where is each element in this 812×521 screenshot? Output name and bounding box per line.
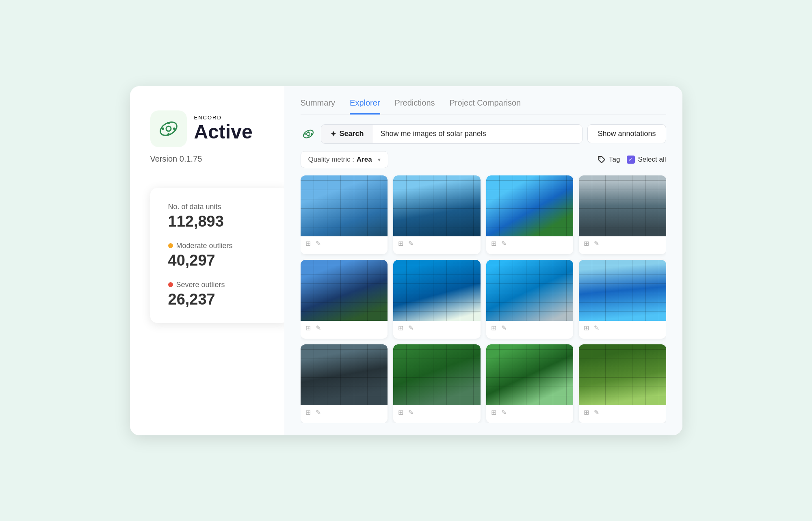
encord-label: eNCORD	[194, 115, 253, 121]
image-actions: ⊞ ✎	[486, 321, 574, 335]
quality-metric-select[interactable]: Quality metric : Area ▾	[301, 151, 388, 168]
image-edit-icon[interactable]: ✎	[408, 324, 414, 332]
image-actions: ⊞ ✎	[579, 236, 666, 251]
image-actions: ⊞ ✎	[301, 321, 388, 335]
image-card: ⊞ ✎	[579, 175, 666, 254]
image-edit-icon[interactable]: ✎	[316, 324, 321, 332]
severe-outliers-value: 26,237	[168, 291, 271, 308]
image-edit-icon[interactable]: ✎	[408, 240, 414, 247]
image-grid-icon[interactable]: ⊞	[491, 409, 496, 416]
image-thumbnail[interactable]	[486, 260, 574, 321]
image-card: ⊞ ✎	[579, 344, 666, 423]
image-grid-icon[interactable]: ⊞	[584, 409, 589, 416]
select-all-row[interactable]: ✓ Select all	[627, 156, 666, 164]
search-logo-icon	[301, 126, 316, 142]
image-card: ⊞ ✎	[301, 175, 388, 254]
image-grid-icon[interactable]: ⊞	[305, 324, 311, 332]
image-card: ⊞ ✎	[486, 175, 574, 254]
image-thumbnail[interactable]	[393, 260, 481, 321]
active-label: Active	[194, 121, 253, 143]
severe-outliers-stat: Severe outliers 26,237	[168, 281, 271, 308]
version-text: Version 0.1.75	[150, 154, 202, 164]
moderate-outliers-stat: Moderate outliers 40,297	[168, 242, 271, 269]
search-button-label: Search	[340, 130, 364, 138]
image-grid-icon[interactable]: ⊞	[584, 240, 589, 247]
severe-outliers-label: Severe outliers	[168, 281, 271, 289]
data-units-stat: No. of data units 112,893	[168, 203, 271, 230]
svg-point-4	[162, 128, 164, 130]
search-button[interactable]: ✦ Search	[321, 125, 373, 143]
image-thumbnail[interactable]	[579, 344, 666, 405]
image-thumbnail[interactable]	[393, 344, 481, 405]
image-grid-icon[interactable]: ⊞	[305, 240, 311, 247]
image-edit-icon[interactable]: ✎	[501, 240, 507, 247]
image-edit-icon[interactable]: ✎	[594, 240, 599, 247]
svg-point-5	[173, 128, 175, 130]
filter-row: Quality metric : Area ▾ Tag ✓ Select all	[301, 151, 666, 168]
data-units-value: 112,893	[168, 213, 271, 230]
tab-summary[interactable]: Summary	[301, 98, 336, 115]
search-input[interactable]	[373, 125, 582, 143]
tab-predictions[interactable]: Predictions	[395, 98, 435, 115]
logo-area: eNCORD Active	[150, 110, 253, 147]
tab-project-comparison[interactable]: Project Comparison	[450, 98, 521, 115]
image-actions: ⊞ ✎	[486, 405, 574, 419]
image-edit-icon[interactable]: ✎	[316, 409, 321, 416]
image-thumbnail[interactable]	[301, 175, 388, 236]
image-actions: ⊞ ✎	[393, 405, 481, 419]
image-thumbnail[interactable]	[393, 175, 481, 236]
image-thumbnail[interactable]	[579, 260, 666, 321]
quality-metric-value: Area	[357, 156, 372, 164]
image-edit-icon[interactable]: ✎	[594, 324, 599, 332]
image-grid-icon[interactable]: ⊞	[491, 240, 496, 247]
severe-dot	[168, 282, 173, 287]
image-card: ⊞ ✎	[486, 344, 574, 423]
app-logo-icon	[150, 110, 187, 147]
show-annotations-button[interactable]: Show annotations	[587, 124, 666, 143]
svg-point-10	[304, 133, 306, 135]
image-edit-icon[interactable]: ✎	[501, 324, 507, 332]
image-grid-icon[interactable]: ⊞	[398, 324, 403, 332]
svg-point-11	[311, 133, 312, 135]
image-card: ⊞ ✎	[486, 260, 574, 339]
image-card: ⊞ ✎	[393, 260, 481, 339]
svg-point-12	[600, 157, 601, 158]
image-grid-icon[interactable]: ⊞	[584, 324, 589, 332]
image-thumbnail[interactable]	[486, 344, 574, 405]
image-card: ⊞ ✎	[301, 344, 388, 423]
image-edit-icon[interactable]: ✎	[501, 409, 507, 416]
logo-text-block: eNCORD Active	[194, 115, 253, 143]
svg-point-1	[166, 126, 171, 131]
tag-icon	[597, 155, 606, 164]
stats-card: No. of data units 112,893 Moderate outli…	[150, 188, 288, 323]
image-thumbnail[interactable]	[486, 175, 574, 236]
image-actions: ⊞ ✎	[301, 405, 388, 419]
main-container: eNCORD Active Version 0.1.75 No. of data…	[130, 86, 682, 435]
image-grid-icon[interactable]: ⊞	[491, 324, 496, 332]
quality-metric-label: Quality metric :	[308, 156, 354, 164]
image-edit-icon[interactable]: ✎	[594, 409, 599, 416]
image-grid-icon[interactable]: ⊞	[398, 409, 403, 416]
left-panel: eNCORD Active Version 0.1.75 No. of data…	[130, 86, 284, 435]
image-actions: ⊞ ✎	[579, 405, 666, 419]
select-all-checkbox[interactable]: ✓	[627, 156, 635, 164]
image-edit-icon[interactable]: ✎	[316, 240, 321, 247]
image-thumbnail[interactable]	[301, 260, 388, 321]
svg-point-2	[167, 122, 170, 124]
image-thumbnail[interactable]	[579, 175, 666, 236]
image-card: ⊞ ✎	[301, 260, 388, 339]
logo-svg	[156, 116, 182, 142]
moderate-outliers-label: Moderate outliers	[168, 242, 271, 250]
image-grid-icon[interactable]: ⊞	[305, 409, 311, 416]
image-card: ⊞ ✎	[579, 260, 666, 339]
image-edit-icon[interactable]: ✎	[408, 409, 414, 416]
image-card: ⊞ ✎	[393, 344, 481, 423]
svg-point-3	[167, 133, 170, 136]
image-actions: ⊞ ✎	[393, 321, 481, 335]
tag-button[interactable]: Tag	[597, 155, 620, 164]
wand-icon: ✦	[330, 130, 336, 138]
image-grid-icon[interactable]: ⊞	[398, 240, 403, 247]
search-input-group: ✦ Search	[321, 124, 583, 144]
image-thumbnail[interactable]	[301, 344, 388, 405]
tab-explorer[interactable]: Explorer	[350, 98, 380, 115]
